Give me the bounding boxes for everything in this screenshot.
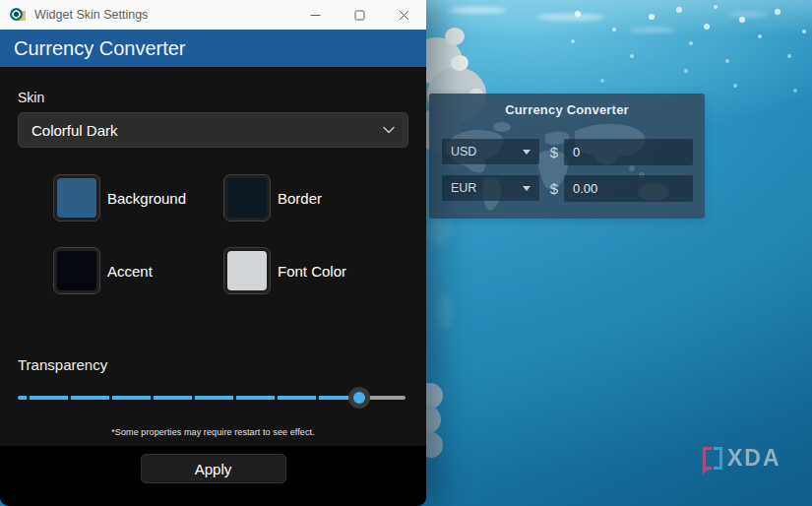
transparency-slider-fill (18, 396, 359, 400)
minimize-button[interactable] (293, 0, 338, 30)
from-amount-input[interactable]: 0 (564, 139, 693, 165)
widget-skin-settings-window: Widget Skin Settings Currency Converter … (0, 0, 426, 506)
border-color-label: Border (278, 190, 322, 207)
transparency-label: Transparency (18, 356, 408, 373)
xda-watermark-text: XDA (727, 445, 781, 472)
close-icon (399, 10, 409, 21)
background-color-label: Background (107, 190, 186, 207)
app-icon (10, 7, 26, 23)
xda-bracket-left-icon (703, 447, 712, 470)
skin-label: Skin (18, 90, 408, 105)
from-currency-value: USD (451, 145, 476, 158)
currency-converter-widget: Currency Converter USD $ 0 EUR $ 0.00 (429, 94, 705, 219)
from-currency-symbol: $ (545, 139, 563, 164)
water-surface-reflection (728, 12, 768, 17)
window-title: Widget Skin Settings (34, 8, 148, 22)
settings-panel: Skin Colorful Dark Background Border (0, 67, 426, 446)
accent-color-label: Accent (107, 263, 153, 280)
restart-note: *Some properties may require restart to … (18, 427, 408, 437)
transparency-slider[interactable] (18, 387, 408, 409)
bubble-haze (437, 295, 453, 329)
close-button[interactable] (382, 0, 426, 30)
window-controls (293, 0, 426, 30)
water-surface-reflection (448, 7, 507, 14)
skin-dropdown-value: Colorful Dark (31, 122, 118, 139)
chevron-down-icon (523, 150, 531, 155)
maximize-icon (354, 10, 365, 21)
swatch-grid: Background Border Accent Font Color (53, 174, 408, 294)
page-title: Currency Converter (14, 37, 186, 60)
window-footer: Apply (0, 446, 426, 506)
skin-dropdown[interactable]: Colorful Dark (18, 112, 408, 148)
background-color-swatch (57, 178, 96, 218)
to-amount-input[interactable]: 0.00 (564, 175, 693, 202)
widget-title: Currency Converter (429, 102, 705, 117)
background-color-picker[interactable] (53, 174, 100, 221)
xda-bracket-right-icon (714, 447, 722, 470)
xda-watermark: XDA (703, 445, 781, 472)
accent-color-picker[interactable] (53, 247, 100, 294)
minimize-icon (310, 10, 321, 21)
font-color-row: Font Color (223, 247, 408, 294)
to-currency-select[interactable]: EUR (442, 175, 539, 201)
background-color-row: Background (53, 174, 223, 221)
widget-to-row: EUR $ 0.00 (429, 175, 705, 202)
font-color-swatch (227, 251, 267, 290)
to-currency-symbol: $ (545, 175, 563, 201)
water-surface-reflection (536, 14, 605, 21)
font-color-picker[interactable] (223, 247, 271, 294)
titlebar[interactable]: Widget Skin Settings (0, 0, 426, 30)
apply-button[interactable]: Apply (141, 454, 286, 483)
accent-color-row: Accent (53, 247, 223, 294)
water-surface-reflection (630, 28, 675, 32)
from-currency-select[interactable]: USD (442, 139, 539, 164)
font-color-label: Font Color (278, 263, 346, 280)
app-header: Currency Converter (0, 30, 426, 67)
border-color-picker[interactable] (223, 174, 271, 221)
chevron-down-icon (523, 186, 531, 191)
widget-from-row: USD $ 0 (429, 139, 705, 165)
border-color-row: Border (223, 174, 408, 221)
transparency-slider-thumb[interactable] (348, 387, 370, 409)
to-currency-value: EUR (451, 181, 476, 195)
border-color-swatch (227, 178, 267, 218)
chevron-down-icon (383, 126, 395, 134)
accent-color-swatch (57, 251, 96, 290)
maximize-button[interactable] (338, 0, 382, 30)
